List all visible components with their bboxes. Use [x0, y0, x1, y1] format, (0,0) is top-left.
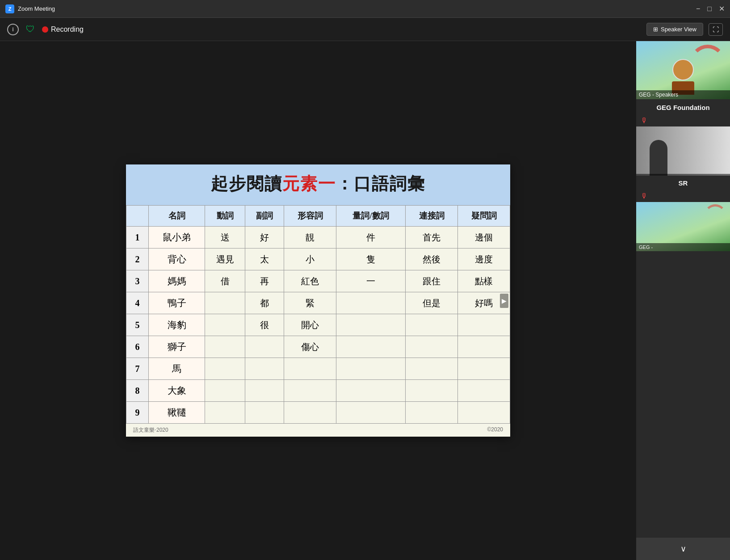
table-cell-r8-c7 [458, 380, 510, 402]
table-cell-r6-c0: 6 [126, 336, 149, 358]
table-cell-r6-c3 [245, 336, 284, 358]
geg-video-label [636, 174, 730, 176]
speaker-video-thumb: GEG - Speakers [636, 41, 730, 99]
table-row: 7馬 [126, 358, 510, 380]
table-cell-r2-c1: 背心 [149, 248, 205, 270]
table-cell-r9-c6 [406, 402, 458, 424]
table-cell-r5-c0: 5 [126, 314, 149, 336]
table-cell-r2-c5: 隻 [336, 248, 406, 270]
col-header-noun: 名詞 [149, 206, 205, 227]
table-cell-r8-c1: 大象 [149, 380, 205, 402]
table-cell-r1-c7: 邊個 [458, 227, 510, 248]
microphone-muted-icon: 🎙 [641, 117, 648, 125]
table-cell-r7-c5 [336, 358, 406, 380]
title-bar-left: Z Zoom Meeting [5, 4, 55, 13]
minimize-button[interactable]: − [696, 5, 700, 13]
table-cell-r2-c2: 遇見 [205, 248, 245, 270]
slide-title-part1: 起步閱讀 [211, 174, 282, 193]
table-cell-r8-c4 [284, 380, 336, 402]
sr-section-label: SR [636, 176, 730, 190]
table-cell-r2-c7: 邊度 [458, 248, 510, 270]
col-header-conj: 連接詞 [406, 206, 458, 227]
table-cell-r5-c5 [336, 314, 406, 336]
table-cell-r3-c0: 3 [126, 270, 149, 292]
table-row: 5海豹很開心 [126, 314, 510, 336]
table-cell-r8-c6 [406, 380, 458, 402]
table-cell-r8-c2 [205, 380, 245, 402]
table-cell-r1-c6: 首先 [406, 227, 458, 248]
table-cell-r8-c5 [336, 380, 406, 402]
table-cell-r3-c3: 再 [245, 270, 284, 292]
fullscreen-button[interactable]: ⛶ [709, 23, 723, 36]
close-button[interactable]: ✕ [719, 5, 725, 13]
table-cell-r4-c4: 緊 [284, 292, 336, 314]
geg-section-label: GEG Foundation [636, 99, 730, 115]
speaker-video-label: GEG - Speakers [636, 90, 730, 99]
table-cell-r9-c0: 9 [126, 402, 149, 424]
shield-icon: 🛡 [26, 24, 35, 34]
microphone-muted-icon-2: 🎙 [641, 192, 648, 200]
table-cell-r5-c1: 海豹 [149, 314, 205, 336]
presentation-thumb: GEG - [636, 202, 730, 251]
col-header-interr: 疑問詞 [458, 206, 510, 227]
presentation-label: GEG - [636, 243, 730, 251]
table-cell-r7-c3 [245, 358, 284, 380]
table-cell-r1-c3: 好 [245, 227, 284, 248]
table-cell-r1-c4: 靚 [284, 227, 336, 248]
table-row: 8大象 [126, 380, 510, 402]
table-cell-r4-c6: 但是 [406, 292, 458, 314]
table-cell-r9-c7 [458, 402, 510, 424]
info-button[interactable]: i [7, 24, 19, 35]
table-cell-r6-c2 [205, 336, 245, 358]
info-icon: i [12, 26, 14, 33]
recording-dot-icon [42, 26, 48, 33]
table-cell-r1-c0: 1 [126, 227, 149, 248]
table-cell-r8-c0: 8 [126, 380, 149, 402]
maximize-button[interactable]: □ [707, 5, 712, 13]
table-row: 4鴨子都緊但是好嗎 [126, 292, 510, 314]
slide-scroll-right-icon[interactable]: ▶ [500, 294, 508, 308]
speaker-view-icon: ⊞ [653, 26, 658, 33]
recording-indicator: Recording [42, 25, 84, 34]
zoom-logo-icon: Z [5, 4, 14, 13]
geg-video-thumb [636, 126, 730, 176]
slide-table-wrapper: 名詞 動詞 副詞 形容詞 量詞/數詞 連接詞 疑問詞 1鼠小弟送好靚件首先邊個2… [126, 205, 510, 424]
toolbar-right: ⊞ Speaker View ⛶ [646, 23, 723, 36]
table-cell-r3-c5: 一 [336, 270, 406, 292]
slide-header: 起步閱讀元素一：口語詞彙 [126, 164, 510, 205]
vocabulary-table: 名詞 動詞 副詞 形容詞 量詞/數詞 連接詞 疑問詞 1鼠小弟送好靚件首先邊個2… [126, 205, 510, 424]
table-cell-r6-c6 [406, 336, 458, 358]
toolbar: i 🛡 Recording ⊞ Speaker View ⛶ [0, 18, 730, 41]
table-cell-r2-c3: 太 [245, 248, 284, 270]
table-cell-r3-c7: 點樣 [458, 270, 510, 292]
table-cell-r1-c2: 送 [205, 227, 245, 248]
footer-left: 語文童樂‧2020 [133, 426, 168, 434]
geg-mute-row: 🎙 [636, 115, 730, 126]
table-cell-r1-c5: 件 [336, 227, 406, 248]
table-cell-r2-c6: 然後 [406, 248, 458, 270]
scroll-down-button[interactable]: ∨ [636, 538, 730, 560]
table-cell-r7-c6 [406, 358, 458, 380]
slide-container: 起步閱讀元素一：口語詞彙 名詞 動詞 副詞 形容詞 量詞/數詞 連接詞 [126, 164, 510, 437]
table-row: 3媽媽借再紅色一跟住點樣 [126, 270, 510, 292]
table-cell-r7-c0: 7 [126, 358, 149, 380]
table-cell-r9-c4 [284, 402, 336, 424]
table-cell-r6-c5 [336, 336, 406, 358]
table-cell-r5-c3: 很 [245, 314, 284, 336]
slide-title: 起步閱讀元素一：口語詞彙 [135, 173, 501, 195]
slide-footer: 語文童樂‧2020 ©2020 [126, 424, 510, 437]
app-title: Zoom Meeting [18, 5, 55, 12]
table-cell-r1-c1: 鼠小弟 [149, 227, 205, 248]
table-cell-r2-c0: 2 [126, 248, 149, 270]
table-cell-r5-c7 [458, 314, 510, 336]
table-cell-r4-c0: 4 [126, 292, 149, 314]
table-cell-r9-c3 [245, 402, 284, 424]
table-cell-r7-c2 [205, 358, 245, 380]
slide-area: 起步閱讀元素一：口語詞彙 名詞 動詞 副詞 形容詞 量詞/數詞 連接詞 [0, 41, 636, 560]
col-header-num [126, 206, 149, 227]
speaker-view-button[interactable]: ⊞ Speaker View [646, 23, 703, 36]
table-cell-r6-c4: 傷心 [284, 336, 336, 358]
main-content: 起步閱讀元素一：口語詞彙 名詞 動詞 副詞 形容詞 量詞/數詞 連接詞 [0, 41, 730, 560]
table-cell-r8-c3 [245, 380, 284, 402]
table-cell-r3-c4: 紅色 [284, 270, 336, 292]
